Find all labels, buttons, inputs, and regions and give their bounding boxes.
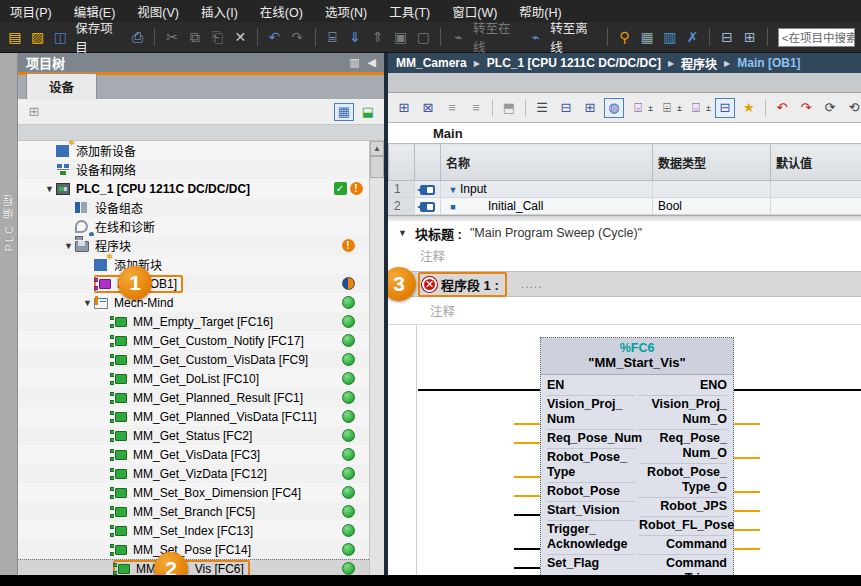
task-rail-label[interactable]: PLC 编程 [1, 193, 17, 251]
tree-item-mm-get-dolist-fc10-[interactable]: MM_Get_DoList [FC10] [18, 369, 369, 388]
new-project-icon[interactable]: ▤ [6, 27, 24, 47]
block-title-value[interactable]: "Main Program Sweep (Cycle)" [470, 226, 642, 240]
tree-item-main-ob1-[interactable]: Main [OB1]1 [18, 274, 369, 293]
network-1-label[interactable]: 程序段 1 : [441, 275, 499, 294]
tree-item-mech-mind[interactable]: ▼Mech-Mind [18, 293, 369, 312]
tree-item-mm-set-index-fc13-[interactable]: MM_Set_Index [FC13] [18, 521, 369, 540]
collapse-panel-icon[interactable]: ◀ [368, 56, 376, 69]
network-1-comment[interactable]: 注释 [388, 297, 861, 325]
tree-item-mm-start-vis-fc6-[interactable]: MM_Start_Vis [FC6]2 [18, 559, 369, 575]
fc6-call-block[interactable]: %FC6 "MM_Start_Vis" ENVision_Proj_ NumRe… [540, 337, 734, 575]
tree-item-mm-get-planned-visdata-fc11-[interactable]: MM_Get_Planned_VisData [FC11] [18, 407, 369, 426]
menu-item-3[interactable]: 插入(I) [201, 2, 238, 21]
open-all-networks-icon[interactable]: ⊟ [556, 98, 576, 118]
tab-devices[interactable]: 设备 [26, 73, 97, 99]
expanded-mode-icon[interactable]: ⊟ [715, 98, 735, 118]
scroll-thumb[interactable] [370, 156, 384, 178]
go-online-icon[interactable]: ⌁ [449, 27, 467, 47]
show-operand-icon[interactable]: ⌻ [628, 98, 648, 118]
go-online-button[interactable]: 转至在线 [473, 18, 517, 56]
var-row-1[interactable]: 1▼Input [389, 181, 861, 198]
auto-collapse-icon[interactable]: ▥ [349, 56, 359, 69]
delete-network-icon[interactable]: ⊠ [418, 98, 438, 118]
col-header-2[interactable]: 默认值 [771, 144, 861, 181]
block-comment[interactable]: 注释 [388, 245, 861, 265]
insert-network-icon[interactable]: ⊞ [394, 98, 414, 118]
menu-item-6[interactable]: 工具(T) [389, 2, 430, 21]
diagnostics-icon[interactable]: ⚲ [615, 27, 633, 47]
stop-runtime-icon[interactable]: ▥ [661, 27, 679, 47]
cut-icon[interactable]: ✂ [163, 27, 181, 47]
print-icon[interactable]: ⎙ [129, 27, 147, 47]
network-1-title-placeholder[interactable]: ..... [521, 277, 543, 291]
breadcrumb-item-1[interactable]: PLC_1 [CPU 1211C DC/DC/DC] [487, 56, 661, 70]
delete-row-icon[interactable]: ≡ [466, 98, 486, 118]
tree-item--[interactable]: 在线和诊断 [18, 217, 369, 236]
previous-error-icon[interactable]: ↶ [772, 98, 792, 118]
download-to-device-icon[interactable]: ⇓ [346, 27, 364, 47]
tree-item-mm-set-branch-fc5-[interactable]: MM_Set_Branch [FC5] [18, 502, 369, 521]
tree-item-mm-get-vizdata-fc12-[interactable]: MM_Get_VizData [FC12] [18, 464, 369, 483]
go-offline-button[interactable]: 转至离线 [550, 18, 594, 56]
tree-item-mm-set-box-dimension-fc4-[interactable]: MM_Set_Box_Dimension [FC4] [18, 483, 369, 502]
menu-item-0[interactable]: 项目(P) [10, 2, 52, 21]
expand-arrow-icon[interactable]: ▼ [43, 184, 56, 194]
network-comments-icon[interactable]: ◍ [604, 98, 624, 118]
network-overview-icon[interactable]: ☰ [532, 98, 552, 118]
absolute-operand-icon[interactable]: ⬒ [499, 98, 519, 118]
network-1-bar[interactable]: 3 ✕ 程序段 1 : ..... [388, 271, 861, 297]
snapshot-icon[interactable]: ⌹ [657, 98, 677, 118]
project-search-input[interactable]: <在项目中搜索> [778, 28, 855, 47]
save-project-icon[interactable]: ◫ [52, 27, 70, 47]
row-marker-icon[interactable]: ▼ [446, 185, 460, 195]
redo-button[interactable]: ↷± [289, 27, 307, 47]
expand-arrow-icon[interactable]: ▼ [81, 298, 94, 308]
expand-arrow-icon[interactable]: ▼ [62, 241, 75, 251]
scroll-up-icon[interactable]: ▲ [370, 141, 384, 156]
tree-scrollbar[interactable]: ▲ [369, 141, 384, 575]
tree-item--[interactable]: 添加新块 [18, 255, 369, 274]
col-header-0[interactable]: 名称 [441, 144, 653, 181]
compile-icon[interactable]: ⌸ [324, 27, 342, 47]
tree-item--[interactable]: ▼程序块! [18, 236, 369, 255]
menu-item-4[interactable]: 在线(O) [260, 2, 303, 21]
tree-item-mm-get-visdata-fc3-[interactable]: MM_Get_VisData [FC3] [18, 445, 369, 464]
close-all-networks-icon[interactable]: ⊞ [580, 98, 600, 118]
tree-item-mm-set-pose-fc14-[interactable]: MM_Set_Pose [FC14] [18, 540, 369, 559]
breadcrumb-item-2[interactable]: 程序块 [681, 55, 717, 72]
ladder-canvas[interactable]: %FC6 "MM_Start_Vis" ENVision_Proj_ NumRe… [416, 325, 861, 575]
undo-button[interactable]: ↶± [266, 27, 284, 47]
delete-icon[interactable]: ✕ [232, 27, 250, 47]
tree-item--[interactable]: 添加新设备 [18, 141, 369, 160]
split-horizontal-icon[interactable]: ⊟ [718, 27, 736, 47]
next-error-icon[interactable]: ↷ [796, 98, 816, 118]
menu-item-2[interactable]: 视图(V) [137, 2, 179, 21]
copy-icon[interactable]: ⧉ [186, 27, 204, 47]
split-vertical-icon[interactable]: ⊞ [741, 27, 759, 47]
menu-item-5[interactable]: 选项(N) [325, 2, 367, 21]
open-project-icon[interactable]: ▨ [29, 27, 47, 47]
go-offline-icon[interactable]: ⌁ [526, 27, 544, 47]
start-cpu-icon[interactable]: ▣ [392, 27, 410, 47]
paste-icon[interactable]: ⎗ [209, 27, 227, 47]
tree-item-plc-1-cpu-1211c-dc-dc-dc-[interactable]: ▼PLC_1 [CPU 1211C DC/DC/DC]✓! [18, 179, 369, 198]
breadcrumb-item-3[interactable]: Main [OB1] [737, 56, 800, 70]
tree-item--[interactable]: 设备和网络 [18, 160, 369, 179]
details-view-icon[interactable]: ▦ [334, 103, 354, 121]
sync-icon[interactable]: ⟲ [844, 98, 861, 118]
tree-filter-icon[interactable]: ⊞ [24, 103, 44, 121]
favorites-icon[interactable]: ★ [739, 98, 759, 118]
start-simulation-icon[interactable]: ▦ [638, 27, 656, 47]
save-project-button[interactable]: 保存项目 [75, 18, 119, 56]
refresh-view-icon[interactable]: ⬓ [358, 103, 378, 121]
tree-item-mm-get-custom-visdata-fc9-[interactable]: MM_Get_Custom_VisData [FC9] [18, 350, 369, 369]
var-row-2[interactable]: 2■Initial_CallBoolInit [389, 198, 861, 215]
tree-item--[interactable]: 设备组态 [18, 198, 369, 217]
cross-reference-icon[interactable]: ✗ [684, 27, 702, 47]
insert-row-icon[interactable]: ≡ [442, 98, 462, 118]
update-block-call-icon[interactable]: ⟳ [820, 98, 840, 118]
symbol-info-icon[interactable]: ⌺ [686, 98, 706, 118]
collapse-title-icon[interactable]: ▼ [398, 228, 407, 238]
tree-item-mm-get-status-fc2-[interactable]: MM_Get_Status [FC2] [18, 426, 369, 445]
tree-item-mm-get-planned-result-fc1-[interactable]: MM_Get_Planned_Result [FC1] [18, 388, 369, 407]
